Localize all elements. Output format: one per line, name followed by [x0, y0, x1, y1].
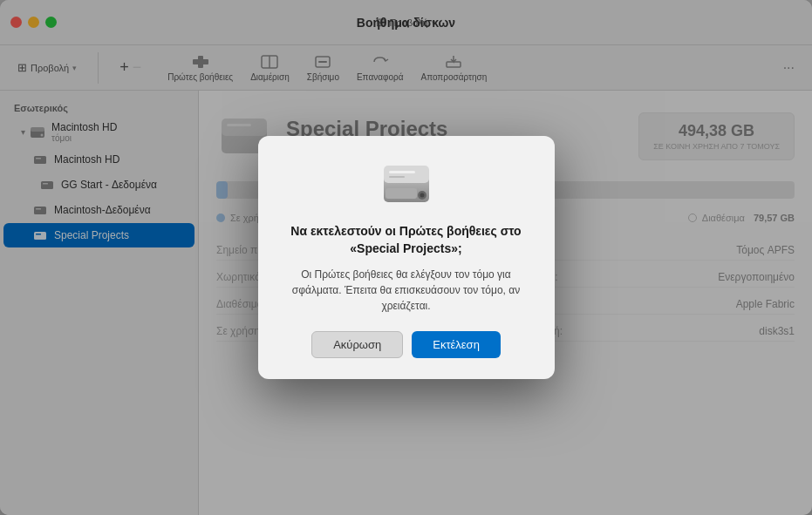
cancel-button[interactable]: Ακύρωση [311, 331, 403, 358]
svg-rect-25 [389, 171, 415, 173]
svg-point-28 [420, 193, 424, 198]
modal-disk-icon [379, 157, 434, 213]
modal-body: Οι Πρώτες βοήθειες θα ελέγξουν τον τόμο … [279, 267, 534, 314]
modal-buttons: Ακύρωση Εκτέλεση [279, 331, 534, 358]
run-button[interactable]: Εκτέλεση [412, 331, 501, 358]
modal-title: Να εκτελεστούν οι Πρώτες βοήθειες στο «S… [279, 223, 534, 257]
svg-rect-26 [389, 176, 405, 178]
modal-overlay: Να εκτελεστούν οι Πρώτες βοήθειες στο «S… [0, 0, 812, 515]
svg-rect-24 [384, 166, 429, 183]
svg-rect-29 [386, 188, 417, 199]
firstaid-modal: Να εκτελεστούν οι Πρώτες βοήθειες στο «S… [258, 136, 555, 378]
